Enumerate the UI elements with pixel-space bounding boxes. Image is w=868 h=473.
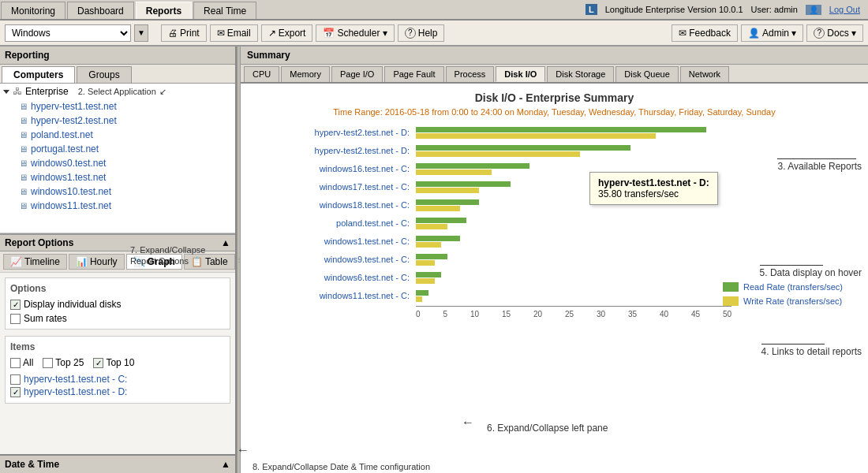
email-icon: ✉ <box>217 28 225 39</box>
read-bar <box>416 145 630 151</box>
bar-label[interactable]: hyperv-test2.test.net - D: <box>250 128 416 137</box>
tab-pageio[interactable]: Page I/O <box>331 66 383 82</box>
computer-icon: 🖥 <box>19 102 28 111</box>
item-d-label: hyperv-test1.test.net - D: <box>24 386 127 397</box>
annotation-data-hover: 5. Data display on hover <box>760 265 862 278</box>
email-button[interactable]: ✉ Email <box>210 24 258 42</box>
tab-realtime[interactable]: Real Time <box>193 2 256 19</box>
options-box: Options ✓ Display individual disks Sum r… <box>5 277 230 330</box>
tooltip-value: 35.80 transfers/sec <box>598 188 679 199</box>
list-item[interactable]: 🖥 windows11.test.net <box>0 199 235 213</box>
tab-groups[interactable]: Groups <box>77 66 131 83</box>
app-title-bar: L Longitude Enterprise Version 10.0.1 Us… <box>578 0 868 19</box>
list-item[interactable]: 🖥 poland.test.net <box>0 128 235 142</box>
bar-row: windows17.test.net - C: <box>250 179 859 195</box>
item-d-checkbox[interactable]: ✓ <box>10 387 21 397</box>
item-c-checkbox[interactable] <box>10 374 21 385</box>
display-disks-checkbox[interactable]: ✓ <box>10 300 21 310</box>
reporting-label: Reporting <box>5 50 50 61</box>
sum-rates-row: Sum rates <box>10 313 225 324</box>
bar-label[interactable]: windows17.test.net - C: <box>250 182 416 192</box>
feedback-label: Feedback <box>689 28 731 39</box>
list-item[interactable]: 🖥 hyperv-test2.test.net <box>0 114 235 128</box>
top25-checkbox[interactable] <box>43 358 53 368</box>
tab-reports[interactable]: Reports <box>136 2 192 19</box>
admin-button[interactable]: 👤 Admin ▾ <box>741 24 803 42</box>
top10-checkbox[interactable]: ✓ <box>93 358 103 368</box>
bar-group <box>416 181 511 193</box>
write-bar <box>416 224 447 229</box>
read-bar <box>416 181 511 187</box>
tab-diskqueue[interactable]: Disk Queue <box>615 66 678 82</box>
list-item[interactable]: 🖥 windows1.test.net <box>0 170 235 184</box>
bar-label[interactable]: windows16.test.net - C: <box>250 164 416 173</box>
disk-tabs: CPU Memory Page I/O Page Fault Process D… <box>241 65 868 84</box>
tab-computers[interactable]: Computers <box>2 66 75 83</box>
windows-dropdown[interactable]: Windows Linux All <box>5 24 131 42</box>
sum-rates-checkbox[interactable] <box>10 314 21 324</box>
bar-label[interactable]: windows6.test.net - C: <box>250 273 416 282</box>
dropdown-arrow-icon[interactable]: ▼ <box>134 24 148 42</box>
help-button[interactable]: ? Help <box>398 24 445 42</box>
list-item[interactable]: 🖥 hyperv-test1.test.net <box>0 99 235 114</box>
write-bar <box>416 188 479 193</box>
items-box: Items All Top 25 ✓ Top 10 <box>5 336 230 404</box>
tab-diskstorage[interactable]: Disk Storage <box>547 66 614 82</box>
tab-timeline[interactable]: 📈 Timeline <box>3 254 67 270</box>
sum-rates-label: Sum rates <box>24 313 67 324</box>
bar-label[interactable]: windows11.test.net - C: <box>250 291 416 300</box>
list-item[interactable]: 🖥 windows10.test.net <box>0 184 235 199</box>
login-icon: 👤 <box>806 5 821 15</box>
computer-icon: 🖥 <box>19 173 28 182</box>
bar-label[interactable]: hyperv-test2.test.net - D: <box>250 146 416 155</box>
tab-cpu[interactable]: CPU <box>244 66 279 82</box>
bar-label[interactable]: windows1.test.net - C: <box>250 236 416 246</box>
tab-dashboard[interactable]: Dashboard <box>67 2 134 19</box>
all-label: All <box>23 357 33 368</box>
tab-network[interactable]: Network <box>680 66 729 82</box>
annotation-links: 4. Links to detail reports <box>761 344 862 357</box>
all-checkbox[interactable] <box>10 358 21 368</box>
date-time-header[interactable]: Date & Time ▲ <box>0 456 235 473</box>
bar-group <box>416 236 460 248</box>
scheduler-icon: 📅 <box>323 28 335 39</box>
bar-label[interactable]: windows9.test.net - C: <box>250 255 416 264</box>
tab-hourly[interactable]: 📊 Hourly <box>69 254 125 270</box>
hourly-label: Hourly <box>90 256 118 267</box>
tab-diskio[interactable]: Disk I/O <box>496 66 545 82</box>
ann-arrow3 <box>761 344 825 345</box>
read-bar <box>416 127 706 132</box>
enterprise-root[interactable]: 🖧 Enterprise 2. Select Application ↙ <box>0 84 235 99</box>
legend: Read Rate (transfers/sec) Write Rate (tr… <box>723 282 843 306</box>
x-label: 25 <box>565 310 574 318</box>
display-disks-label: Display individual disks <box>24 299 121 310</box>
tab-monitoring[interactable]: Monitoring <box>1 2 65 19</box>
right-pane: Summary CPU Memory Page I/O Page Fault P… <box>241 47 868 473</box>
logout-button[interactable]: Log Out <box>829 5 860 14</box>
legend-write-label: Write Rate (transfers/sec) <box>743 296 842 306</box>
bar-label[interactable]: poland.test.net - C: <box>250 218 416 228</box>
list-item[interactable]: 🖥 windows0.test.net <box>0 156 235 170</box>
items-filters-row: All Top 25 ✓ Top 10 <box>10 357 225 368</box>
bar-label[interactable]: windows18.test.net - C: <box>250 200 416 210</box>
feedback-button[interactable]: ✉ Feedback <box>672 24 738 42</box>
export-button[interactable]: ↗ Export <box>261 24 313 42</box>
docs-icon: ? <box>814 28 825 39</box>
docs-button[interactable]: ? Docs ▾ <box>806 24 863 42</box>
x-label: 40 <box>660 310 668 318</box>
print-button[interactable]: 🖨 Print <box>161 24 207 42</box>
computer-icon: 🖥 <box>19 116 28 125</box>
write-bar <box>416 242 441 248</box>
top25-label: Top 25 <box>55 357 84 368</box>
tab-memory[interactable]: Memory <box>281 66 330 82</box>
tab-process[interactable]: Process <box>446 66 495 82</box>
tab-pagefault[interactable]: Page Fault <box>384 66 443 82</box>
scheduler-button[interactable]: 📅 Scheduler ▾ <box>316 24 394 42</box>
hourly-icon: 📊 <box>76 256 88 267</box>
item-label: windows10.test.net <box>31 186 111 197</box>
list-item[interactable]: 🖥 portugal.test.net <box>0 142 235 156</box>
item-label: portugal.test.net <box>31 143 99 155</box>
computer-icon: 🖥 <box>19 130 28 140</box>
top10-filter: ✓ Top 10 <box>93 357 134 368</box>
feedback-icon: ✉ <box>679 28 687 39</box>
